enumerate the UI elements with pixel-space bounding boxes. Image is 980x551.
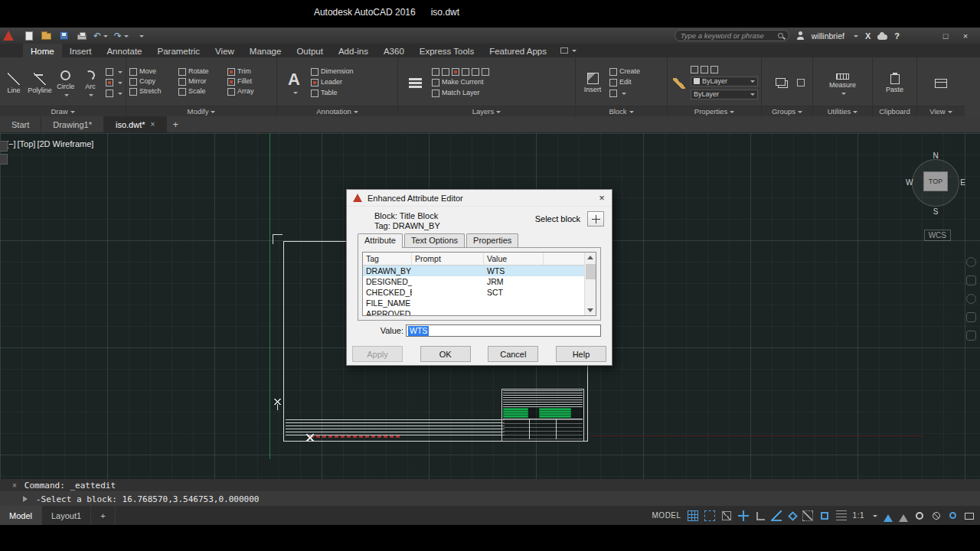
header-value[interactable]: Value <box>484 253 544 265</box>
lineweight-dropdown[interactable]: ByLayer <box>691 90 758 99</box>
space-label[interactable]: MODEL <box>652 511 681 520</box>
plot-button[interactable] <box>76 30 87 41</box>
table-row[interactable]: DRAWN_BY WTS <box>363 266 596 276</box>
undo-button[interactable]: ↶ <box>93 30 108 41</box>
chevron-down-icon[interactable] <box>118 71 122 76</box>
exchange-apps-icon[interactable]: X <box>865 31 871 41</box>
dynamic-input-icon[interactable] <box>738 510 749 521</box>
lineweight-icon[interactable] <box>836 510 847 521</box>
help-button[interactable]: Help <box>556 346 606 362</box>
edit-block-button[interactable]: Edit <box>609 79 640 86</box>
rotate-button[interactable]: Rotate <box>178 68 224 76</box>
pan-icon[interactable] <box>966 276 976 285</box>
visual-style-control[interactable]: [2D Wireframe] <box>37 139 93 148</box>
signin-username[interactable]: willinbrief <box>812 31 844 41</box>
fillet-button[interactable]: Fillet <box>227 78 273 86</box>
make-current-button[interactable]: Make Current <box>432 79 572 86</box>
viewcube-top-face[interactable]: TOP <box>923 171 948 191</box>
cancel-button[interactable]: Cancel <box>488 346 538 362</box>
compass-east-label[interactable]: E <box>960 179 965 187</box>
viewcube[interactable]: N W E S TOP <box>908 153 963 214</box>
match-properties-button[interactable] <box>671 77 688 89</box>
header-tag[interactable]: Tag <box>363 253 412 265</box>
autoscale-icon[interactable] <box>899 510 908 522</box>
compass-north-label[interactable]: N <box>933 152 938 160</box>
redo-button[interactable]: ↷ <box>114 30 129 41</box>
isodraft-icon[interactable] <box>788 511 798 521</box>
copy-button[interactable]: Copy <box>129 78 175 86</box>
table-row[interactable]: DESIGNED_... JRM <box>363 276 596 287</box>
panel-label-groups[interactable]: Groups <box>762 106 812 116</box>
tab-output[interactable]: Output <box>289 44 331 57</box>
infer-constraints-icon[interactable] <box>722 511 731 520</box>
dialog-close-icon[interactable]: × <box>592 190 612 207</box>
graphics-performance-icon[interactable] <box>949 512 956 519</box>
panel-label-properties[interactable]: Properties <box>668 106 761 116</box>
panel-label-draw[interactable]: Draw <box>0 106 126 116</box>
open-button[interactable] <box>41 30 52 41</box>
dimension-button[interactable]: Dimension <box>311 68 354 76</box>
zoom-icon[interactable] <box>966 294 976 304</box>
search-icon[interactable] <box>778 33 783 38</box>
paste-button[interactable]: Paste <box>883 71 907 93</box>
scroll-up-icon[interactable] <box>585 253 596 263</box>
navigation-wheel-icon[interactable] <box>966 257 976 267</box>
chevron-down-icon[interactable] <box>118 93 122 97</box>
osnap-tracking-icon[interactable] <box>802 510 813 521</box>
annotation-scale-label[interactable]: 1:1 <box>853 511 864 520</box>
recent-commands-icon[interactable] <box>23 496 31 502</box>
tab-text-options[interactable]: Text Options <box>404 233 465 248</box>
panel-label-block[interactable]: Block <box>576 106 667 116</box>
search-input[interactable]: Type a keyword or phrase <box>675 30 789 41</box>
close-tab-icon[interactable]: × <box>151 120 155 129</box>
ucs-indicator[interactable]: WCS <box>924 230 951 241</box>
table-scrollbar[interactable] <box>584 253 596 315</box>
close-button[interactable]: × <box>957 31 974 41</box>
table-button[interactable]: Table <box>311 90 354 97</box>
panel-label-utilities[interactable]: Utilities <box>813 106 872 116</box>
signin-dropdown-icon[interactable] <box>854 35 858 40</box>
layer-walk-icon[interactable] <box>482 68 489 76</box>
tab-manage[interactable]: Manage <box>242 44 289 57</box>
base-view-button[interactable] <box>929 77 953 88</box>
layout1-tab[interactable]: Layout1 <box>42 506 91 525</box>
chevron-down-icon[interactable] <box>841 93 846 97</box>
lineweight-tool-icon[interactable] <box>710 66 718 73</box>
text-button[interactable]: A <box>280 70 308 95</box>
save-button[interactable] <box>58 30 70 41</box>
view-control[interactable]: [Top] <box>18 139 36 148</box>
group-button[interactable] <box>769 77 794 89</box>
linetype-icon[interactable] <box>701 66 708 73</box>
isolate-objects-icon[interactable] <box>933 512 940 520</box>
tab-parametric[interactable]: Parametric <box>150 44 208 57</box>
hatch-icon[interactable] <box>106 79 113 86</box>
move-button[interactable]: Move <box>129 68 175 76</box>
layer-unlock-icon[interactable] <box>472 68 479 76</box>
stay-connected-icon[interactable] <box>877 34 887 40</box>
panel-label-view[interactable]: View <box>917 106 965 116</box>
compass-west-label[interactable]: W <box>906 179 913 187</box>
insert-block-button[interactable]: Insert <box>579 71 606 93</box>
new-drawing-button[interactable] <box>23 30 34 41</box>
file-tab-iso[interactable]: iso.dwt*× <box>104 116 167 132</box>
tab-attribute[interactable]: Attribute <box>358 233 403 248</box>
tab-view[interactable]: View <box>207 44 242 57</box>
measure-button[interactable]: Measure <box>826 70 860 96</box>
layer-lock-icon[interactable] <box>462 68 469 76</box>
palette-tab[interactable] <box>0 154 8 165</box>
edit-attributes-icon[interactable] <box>609 90 617 97</box>
chevron-down-icon[interactable] <box>89 94 93 99</box>
tab-insert[interactable]: Insert <box>62 44 100 57</box>
layer-isolate-icon[interactable] <box>442 68 449 76</box>
leader-button[interactable]: Leader <box>311 79 354 86</box>
ok-button[interactable]: OK <box>420 346 471 362</box>
select-block-button[interactable] <box>587 211 604 227</box>
redo-dropdown-icon[interactable] <box>124 35 129 40</box>
tab-properties[interactable]: Properties <box>466 233 518 248</box>
table-row[interactable]: FILE_NAME <box>363 298 596 308</box>
dialog-titlebar[interactable]: Enhanced Attribute Editor × <box>347 190 612 207</box>
chevron-down-icon[interactable] <box>64 94 69 99</box>
rectangle-icon[interactable] <box>106 68 113 76</box>
ortho-icon[interactable] <box>756 512 765 520</box>
grid-icon[interactable] <box>688 510 698 521</box>
